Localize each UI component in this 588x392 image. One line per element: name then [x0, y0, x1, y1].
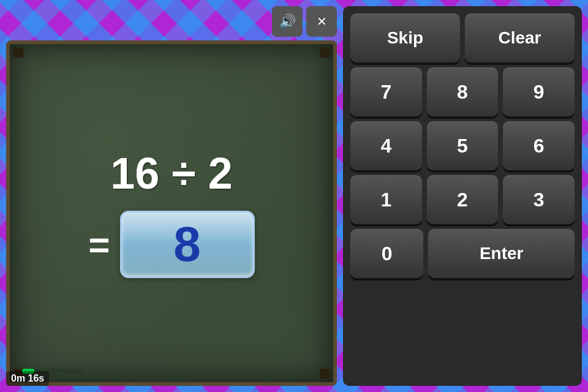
num-button-9[interactable]: 9 [503, 67, 575, 116]
equation-text: 16 ÷ 2 [110, 148, 233, 198]
clear-button[interactable]: Clear [465, 13, 575, 62]
sound-icon: 🔊 [279, 13, 296, 29]
answer-box: 8 [120, 211, 255, 278]
skip-button[interactable]: Skip [350, 13, 460, 62]
close-icon: ✕ [317, 14, 327, 29]
equals-sign: = [88, 224, 110, 266]
sound-button[interactable]: 🔊 [272, 6, 303, 37]
num-button-2[interactable]: 2 [427, 175, 499, 224]
chalkboard-area: 🔊 ✕ 16 ÷ 2 = 8 0m 16s [6, 6, 337, 386]
main-container: 🔊 ✕ 16 ÷ 2 = 8 0m 16s [6, 6, 582, 386]
num-button-8[interactable]: 8 [427, 67, 499, 116]
close-button[interactable]: ✕ [306, 6, 337, 37]
bottom-row: 0 Enter [350, 229, 575, 278]
num-button-5[interactable]: 5 [427, 121, 499, 170]
answer-row: = 8 [88, 211, 254, 278]
numpad-grid: 789456123 [350, 67, 575, 224]
zero-button[interactable]: 0 [350, 229, 423, 278]
corner-br [320, 369, 330, 379]
num-button-4[interactable]: 4 [350, 121, 422, 170]
timer: 0m 16s [6, 371, 49, 386]
num-button-3[interactable]: 3 [503, 175, 575, 224]
top-bar: 🔊 ✕ [6, 6, 337, 37]
answer-value: 8 [173, 216, 201, 273]
num-button-7[interactable]: 7 [350, 67, 422, 116]
num-button-6[interactable]: 6 [503, 121, 575, 170]
enter-button[interactable]: Enter [428, 229, 575, 278]
num-button-1[interactable]: 1 [350, 175, 422, 224]
corner-tr [320, 48, 330, 58]
chalkboard: 16 ÷ 2 = 8 [6, 40, 337, 386]
corner-tl [13, 48, 23, 58]
numpad-area: Skip Clear 789456123 0 Enter [343, 6, 582, 386]
skip-clear-row: Skip Clear [350, 13, 575, 62]
